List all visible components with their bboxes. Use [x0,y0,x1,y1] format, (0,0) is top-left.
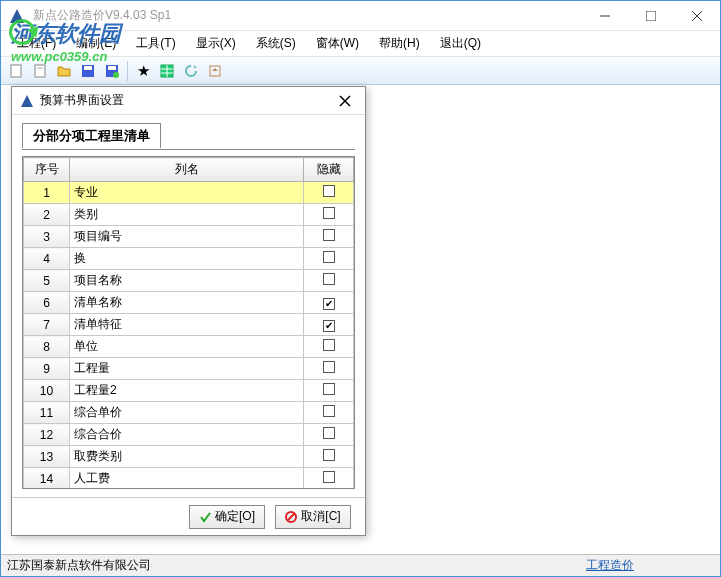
minimize-button[interactable] [582,1,628,31]
cell-hide[interactable] [304,402,354,424]
cell-hide[interactable] [304,182,354,204]
tool-new-doc[interactable] [29,60,51,82]
table-row[interactable]: 13取费类别 [24,446,354,468]
hide-checkbox[interactable] [323,405,335,417]
menu-window[interactable]: 窗体(W) [306,31,369,56]
hide-checkbox[interactable] [323,251,335,263]
col-seq[interactable]: 序号 [24,158,70,182]
table-row[interactable]: 12综合合价 [24,424,354,446]
hide-checkbox[interactable]: ✔ [323,320,335,332]
table-row[interactable]: 5项目名称 [24,270,354,292]
hide-checkbox[interactable] [323,207,335,219]
table-row[interactable]: 10工程量2 [24,380,354,402]
svg-marker-20 [21,95,33,107]
cell-hide[interactable] [304,336,354,358]
cell-hide[interactable] [304,270,354,292]
new-doc-icon [32,63,48,79]
cell-hide[interactable] [304,204,354,226]
cell-hide[interactable] [304,424,354,446]
tool-export[interactable] [204,60,226,82]
svg-line-24 [288,513,295,520]
table-row[interactable]: 11综合单价 [24,402,354,424]
hide-checkbox[interactable] [323,339,335,351]
svg-marker-0 [10,9,24,23]
table-row[interactable]: 7清单特征✔ [24,314,354,336]
hide-checkbox[interactable] [323,449,335,461]
cancel-button[interactable]: 取消[C] [275,505,351,529]
toolbar-separator [127,61,128,81]
cancel-label: 取消[C] [301,508,340,525]
tool-save-as[interactable] [101,60,123,82]
table-row[interactable]: 9工程量 [24,358,354,380]
table-row[interactable]: 14人工费 [24,468,354,489]
close-icon [692,11,702,21]
menu-display[interactable]: 显示(X) [186,31,246,56]
cell-name: 项目名称 [70,270,304,292]
minimize-icon [600,11,610,21]
col-hide[interactable]: 隐藏 [304,158,354,182]
svg-rect-9 [84,66,92,70]
table-row[interactable]: 1专业 [24,182,354,204]
cell-name: 项目编号 [70,226,304,248]
cell-hide[interactable]: ✔ [304,292,354,314]
cell-hide[interactable] [304,226,354,248]
tool-table[interactable] [156,60,178,82]
svg-rect-2 [646,11,656,21]
menu-system[interactable]: 系统(S) [246,31,306,56]
table-scroll[interactable]: 序号 列名 隐藏 1专业2类别3项目编号4换5项目名称6清单名称✔7清单特征✔8… [23,157,354,488]
hide-checkbox[interactable]: ✔ [323,298,335,310]
hide-checkbox[interactable] [323,229,335,241]
cell-hide[interactable] [304,446,354,468]
table-row[interactable]: 6清单名称✔ [24,292,354,314]
cell-seq: 1 [24,182,70,204]
table-row[interactable]: 3项目编号 [24,226,354,248]
svg-marker-17 [194,65,197,68]
table-row[interactable]: 8单位 [24,336,354,358]
star-icon: ★ [137,62,150,80]
cell-hide[interactable] [304,358,354,380]
menu-project[interactable]: 工程(F) [7,31,66,56]
menu-exit[interactable]: 退出(Q) [430,31,491,56]
menu-edit[interactable]: 编制(E) [66,31,126,56]
menu-help[interactable]: 帮助(H) [369,31,430,56]
hide-checkbox[interactable] [323,185,335,197]
save-icon [80,63,96,79]
dialog-icon [20,94,34,108]
svg-rect-11 [108,66,116,70]
tool-open[interactable] [53,60,75,82]
hide-checkbox[interactable] [323,427,335,439]
menu-tools[interactable]: 工具(T) [126,31,185,56]
cell-seq: 6 [24,292,70,314]
cell-name: 换 [70,248,304,270]
cell-name: 专业 [70,182,304,204]
table-row[interactable]: 4换 [24,248,354,270]
cell-hide[interactable] [304,248,354,270]
maximize-button[interactable] [628,1,674,31]
dialog-close-button[interactable] [333,89,357,113]
close-button[interactable] [674,1,720,31]
col-name[interactable]: 列名 [70,158,304,182]
cell-hide[interactable] [304,468,354,489]
ok-button[interactable]: 确定[O] [189,505,265,529]
cell-hide[interactable] [304,380,354,402]
dialog-titlebar[interactable]: 预算书界面设置 [12,87,365,115]
table-row[interactable]: 2类别 [24,204,354,226]
hide-checkbox[interactable] [323,383,335,395]
window-controls [582,1,720,31]
tool-refresh[interactable] [180,60,202,82]
tab-bill[interactable]: 分部分项工程里清单 [22,123,161,148]
close-icon [339,95,351,107]
tool-new[interactable] [5,60,27,82]
hide-checkbox[interactable] [323,273,335,285]
cell-seq: 11 [24,402,70,424]
dialog-body: 分部分项工程里清单 序号 列名 隐藏 1专业2类别3项目编号4换5项目名称6清单… [12,115,365,497]
tool-star[interactable]: ★ [132,60,154,82]
hide-checkbox[interactable] [323,471,335,483]
settings-table: 序号 列名 隐藏 1专业2类别3项目编号4换5项目名称6清单名称✔7清单特征✔8… [23,157,354,488]
tool-save[interactable] [77,60,99,82]
hide-checkbox[interactable] [323,361,335,373]
cell-name: 人工费 [70,468,304,489]
table-icon [159,63,175,79]
cell-hide[interactable]: ✔ [304,314,354,336]
menubar: 工程(F) 编制(E) 工具(T) 显示(X) 系统(S) 窗体(W) 帮助(H… [1,31,720,57]
